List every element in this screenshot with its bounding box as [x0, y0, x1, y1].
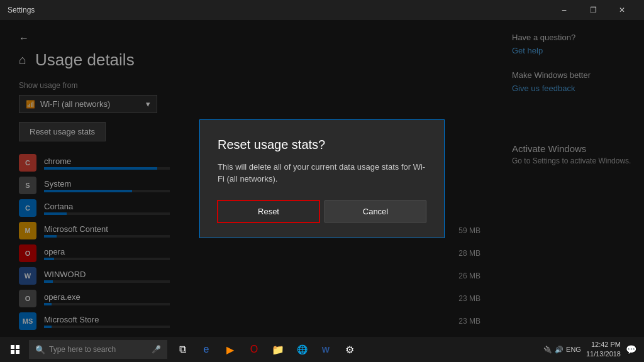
taskbar: 🔍 Type here to search 🎤 ⧉ e ▶ O 📁 🌐 W ⚙ …	[0, 337, 644, 362]
word-taskbar-icon[interactable]: W	[314, 337, 337, 362]
window-controls: – ❐ ✕	[550, 0, 636, 20]
chrome-taskbar-icon[interactable]: 🌐	[291, 337, 313, 362]
notification-icon[interactable]: 💬	[626, 344, 636, 354]
lang-indicator: ENG	[566, 346, 581, 353]
edge-icon[interactable]: e	[195, 337, 218, 362]
dialog-text: This will delete all of your current dat…	[218, 161, 426, 185]
title-bar: Settings – ❐ ✕	[0, 0, 644, 20]
restore-button[interactable]: ❐	[579, 0, 608, 20]
start-button[interactable]	[3, 337, 28, 362]
search-icon: 🔍	[35, 345, 45, 354]
mic-icon: 🎤	[152, 345, 161, 354]
dialog-overlay: Reset usage stats? This will delete all …	[0, 20, 644, 337]
system-tray: 🔌 🔊 ENG	[543, 346, 581, 354]
taskbar-right: 🔌 🔊 ENG 12:42 PM 11/13/2018 💬	[543, 340, 641, 359]
dialog-reset-button[interactable]: Reset	[218, 200, 319, 222]
time-display: 12:42 PM	[586, 340, 621, 349]
vlc-icon[interactable]: ▶	[219, 337, 242, 362]
search-placeholder: Type here to search	[49, 345, 116, 354]
dialog-buttons: Reset Cancel	[218, 200, 426, 222]
reset-dialog: Reset usage stats? This will delete all …	[199, 119, 445, 238]
windows-icon	[11, 345, 19, 354]
date-display: 11/13/2018	[586, 349, 621, 359]
volume-icon: 🔊	[555, 346, 564, 354]
taskbar-search[interactable]: 🔍 Type here to search 🎤	[29, 340, 167, 359]
task-view-button[interactable]: ⧉	[171, 337, 194, 362]
dialog-title: Reset usage stats?	[218, 138, 426, 152]
dialog-cancel-button[interactable]: Cancel	[325, 200, 426, 222]
network-tray-icon: 🔌	[543, 346, 552, 354]
taskbar-pinned-icons: ⧉ e ▶ O 📁 🌐 W ⚙	[171, 337, 361, 362]
minimize-button[interactable]: –	[550, 0, 579, 20]
settings-taskbar-icon[interactable]: ⚙	[338, 337, 361, 362]
window-title: Settings	[8, 6, 550, 14]
close-button[interactable]: ✕	[608, 0, 636, 20]
system-clock: 12:42 PM 11/13/2018	[586, 340, 621, 359]
opera-taskbar-icon[interactable]: O	[243, 337, 265, 362]
files-icon[interactable]: 📁	[267, 337, 289, 362]
